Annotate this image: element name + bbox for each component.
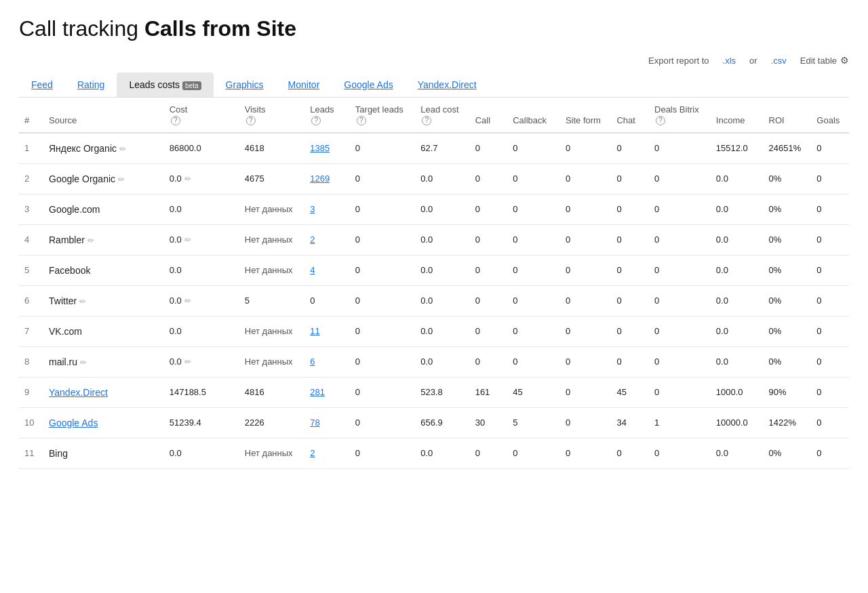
leads-costs-table: #SourceCost?Visits?Leads?Target leads?Le… (19, 98, 849, 469)
table-row: 8mail.ru✏0.0✏Нет данных600.0000000.00%0 (19, 346, 849, 377)
row-lead-cost: 0.0 (415, 285, 469, 316)
row-chat: 0 (611, 163, 649, 194)
source-name: Facebook (49, 265, 90, 276)
edit-table-button[interactable]: Edit table ⚙ (800, 55, 849, 66)
row-deals-bitrix: 0 (649, 194, 711, 224)
tab-yandex-direct[interactable]: Yandex.Direct (406, 73, 489, 97)
row-call: 161 (470, 377, 508, 407)
cost-value: 0.0 (170, 234, 182, 245)
row-deals-bitrix: 1 (649, 407, 711, 438)
leads-link[interactable]: 281 (310, 387, 325, 397)
table-row: 4Rambler✏0.0✏Нет данных200.0000000.00%0 (19, 224, 849, 255)
source-link[interactable]: Yandex.Direct (49, 387, 108, 398)
cost-edit-pencil[interactable]: ✏ (184, 296, 191, 306)
table-row: 11Bing0.0Нет данных200.0000000.00%0 (19, 438, 849, 468)
row-source: Facebook (43, 255, 164, 285)
row-visits: 4675 (239, 163, 304, 194)
source-edit-pencil[interactable]: ✏ (87, 236, 94, 245)
row-chat: 0 (611, 224, 649, 255)
leads-link[interactable]: 2 (310, 448, 315, 458)
row-target-leads: 0 (350, 163, 415, 194)
tab-leads-costs[interactable]: Leads costsbeta (117, 73, 213, 97)
row-roi: 0% (764, 224, 812, 255)
row-num: 8 (19, 346, 43, 377)
col-label-callback: Callback (513, 115, 555, 125)
visits-no-data: Нет данных (245, 265, 293, 275)
cost-edit-pencil[interactable]: ✏ (184, 174, 191, 184)
source-link[interactable]: Google Ads (49, 417, 98, 428)
tab-graphics[interactable]: Graphics (214, 73, 276, 97)
row-leads: 3 (304, 194, 350, 224)
row-income: 0.0 (711, 316, 764, 346)
source-edit-pencil[interactable]: ✏ (119, 144, 126, 154)
source-edit-pencil[interactable]: ✏ (79, 297, 86, 306)
cost-edit-pencil[interactable]: ✏ (184, 357, 191, 367)
leads-link[interactable]: 1269 (310, 173, 330, 184)
tab-google-ads[interactable]: Google Ads (332, 73, 405, 97)
row-cost: 86800.0 (164, 133, 239, 164)
leads-link[interactable]: 11 (310, 326, 319, 336)
source-edit-pencil[interactable]: ✏ (118, 175, 125, 184)
cost-value: 0.0 (170, 326, 182, 336)
leads-link[interactable]: 4 (310, 265, 315, 275)
row-leads: 2 (304, 438, 350, 468)
export-or: or (749, 56, 757, 66)
row-chat: 0 (611, 194, 649, 224)
row-site-form: 0 (560, 163, 612, 194)
info-icon-cost[interactable]: ? (171, 116, 180, 125)
source-name: Twitter (49, 295, 77, 306)
row-cost: 147188.5 (164, 377, 239, 407)
row-callback: 0 (507, 438, 560, 468)
tabs-bar: FeedRatingLeads costsbetaGraphicsMonitor… (19, 73, 849, 98)
row-roi: 24651% (764, 133, 812, 164)
row-goals: 0 (811, 377, 849, 407)
row-source: Twitter✏ (43, 285, 164, 316)
info-icon-deals-bitrix[interactable]: ? (656, 116, 665, 125)
export-xls-link[interactable]: .xls (723, 56, 736, 66)
info-icon-leads[interactable]: ? (311, 116, 321, 125)
row-goals: 0 (811, 285, 849, 316)
row-cost: 0.0✏ (164, 224, 239, 255)
tab-monitor[interactable]: Monitor (276, 73, 332, 97)
row-num: 5 (19, 255, 43, 285)
row-lead-cost: 0.0 (415, 346, 469, 377)
tab-rating[interactable]: Rating (65, 73, 117, 97)
row-lead-cost: 62.7 (415, 133, 469, 164)
info-icon-visits[interactable]: ? (246, 116, 256, 125)
row-leads: 78 (304, 407, 350, 438)
source-edit-pencil[interactable]: ✏ (80, 358, 87, 367)
row-callback: 0 (507, 224, 560, 255)
row-cost: 0.0✏ (164, 163, 239, 194)
row-visits: Нет данных (239, 438, 304, 468)
row-call: 0 (470, 285, 508, 316)
row-cost: 0.0 (164, 438, 239, 468)
row-num: 9 (19, 377, 43, 407)
cost-edit-pencil[interactable]: ✏ (184, 235, 191, 245)
row-lead-cost: 0.0 (415, 224, 469, 255)
export-csv-link[interactable]: .csv (771, 56, 787, 66)
leads-link[interactable]: 78 (310, 417, 319, 428)
row-site-form: 0 (560, 438, 612, 468)
tab-feed[interactable]: Feed (19, 73, 65, 97)
row-leads: 11 (304, 316, 350, 346)
row-num: 7 (19, 316, 43, 346)
cost-value: 0.0 (170, 173, 182, 184)
info-icon-lead-cost[interactable]: ? (422, 116, 431, 125)
row-goals: 0 (811, 438, 849, 468)
leads-link[interactable]: 2 (310, 234, 315, 245)
leads-link[interactable]: 3 (310, 204, 315, 214)
row-call: 0 (470, 438, 508, 468)
leads-link[interactable]: 1385 (310, 143, 330, 153)
row-site-form: 0 (560, 133, 612, 164)
col-header-lead-cost: Lead cost? (415, 98, 469, 133)
col-header-income: Income (711, 98, 764, 133)
row-goals: 0 (811, 163, 849, 194)
col-header-site-form: Site form (560, 98, 612, 133)
col-label-source: Source (49, 115, 159, 125)
row-goals: 0 (811, 316, 849, 346)
leads-link[interactable]: 6 (310, 356, 315, 367)
info-icon-target-leads[interactable]: ? (357, 116, 366, 125)
col-header-roi: ROI (764, 98, 812, 133)
source-name: mail.ru (49, 356, 77, 367)
row-callback: 0 (507, 255, 560, 285)
